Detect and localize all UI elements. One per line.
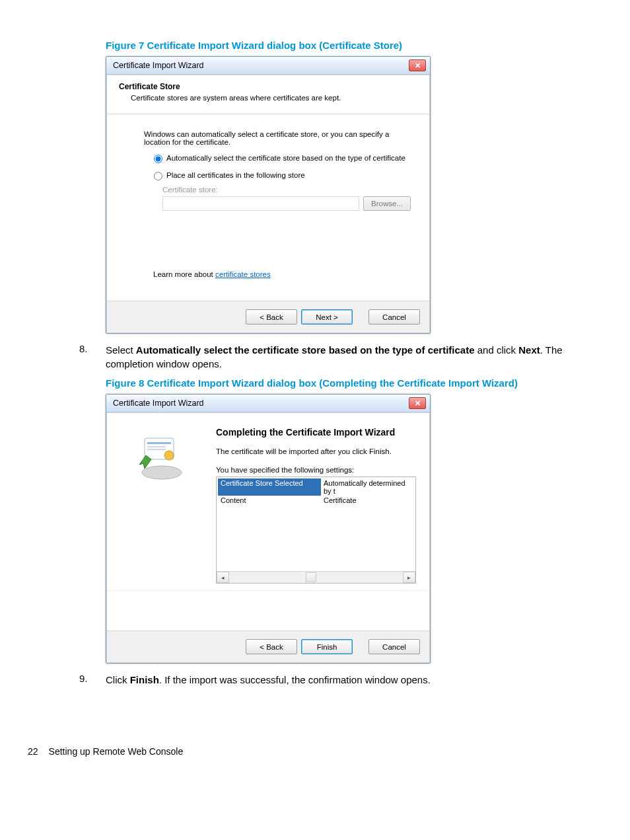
page-number: 22	[28, 746, 38, 757]
radio-auto-select[interactable]	[154, 155, 162, 163]
dialog-certificate-store: Certificate Import Wizard ✕ Certificate …	[106, 56, 431, 334]
dialog-completing-wizard: Certificate Import Wizard ✕	[106, 394, 431, 664]
figure8-caption: Figure 8 Certificate Import Wizard dialo…	[106, 377, 590, 389]
dialog1-subheader: Certificate stores are system areas wher…	[131, 94, 420, 102]
page-footer: 22 Setting up Remote Web Console	[40, 746, 590, 757]
wizard-graphic-panel	[107, 413, 216, 590]
step-9-text: Click Finish. If the import was successf…	[106, 673, 590, 687]
dialog1-titlebar: Certificate Import Wizard ✕	[106, 57, 430, 75]
dialog1-intro: Windows can automatically select a certi…	[144, 130, 411, 146]
radio-auto-label: Automatically select the certificate sto…	[166, 154, 405, 162]
svg-point-5	[164, 451, 174, 460]
cancel-button[interactable]: Cancel	[368, 309, 420, 325]
figure7-caption: Figure 7 Certificate Import Wizard dialo…	[106, 40, 590, 51]
dialog2-line1: The certificate will be imported after y…	[216, 447, 416, 455]
radio-place-label: Place all certificates in the following …	[166, 171, 305, 179]
close-icon[interactable]: ✕	[409, 397, 426, 409]
next-button[interactable]: Next >	[301, 309, 353, 325]
finish-button[interactable]: Finish	[301, 639, 353, 654]
scroll-left-icon[interactable]: ◂	[217, 572, 229, 583]
radio-place-all[interactable]	[154, 172, 162, 180]
dialog1-header: Certificate Store	[119, 82, 420, 91]
dialog2-title: Certificate Import Wizard	[113, 399, 204, 408]
svg-rect-2	[147, 442, 171, 444]
learn-more-line: Learn more about certificate stores	[153, 270, 411, 281]
svg-rect-3	[147, 446, 166, 447]
dialog1-title: Certificate Import Wizard	[113, 61, 204, 70]
browse-button[interactable]: Browse...	[363, 196, 411, 211]
certificate-store-input[interactable]	[162, 196, 359, 211]
certificate-wizard-icon	[135, 432, 188, 484]
settings-list: Certificate Store Selected Automatically…	[216, 477, 416, 584]
back-button[interactable]: < Back	[246, 639, 297, 654]
step-9-number: 9.	[79, 673, 106, 687]
settings-row[interactable]: Certificate Store Selected Automatically…	[218, 478, 415, 496]
scroll-thumb[interactable]	[306, 572, 316, 582]
svg-rect-4	[147, 449, 166, 450]
step-8-text: Select Automatically select the certific…	[106, 343, 590, 371]
learn-more-link[interactable]: certificate stores	[215, 270, 271, 278]
step-8: 8. Select Automatically select the certi…	[79, 343, 590, 371]
dialog2-heading: Completing the Certificate Import Wizard	[216, 426, 416, 438]
settings-row[interactable]: Content Certificate	[218, 496, 415, 505]
footer-text: Setting up Remote Web Console	[49, 746, 184, 757]
dialog2-titlebar: Certificate Import Wizard ✕	[106, 395, 430, 412]
step-8-number: 8.	[79, 343, 106, 371]
certificate-store-label: Certificate store:	[162, 186, 411, 194]
svg-point-0	[142, 466, 182, 479]
dialog2-line2: You have specified the following setting…	[216, 466, 416, 474]
step-9: 9. Click Finish. If the import was succe…	[79, 673, 590, 687]
cancel-button[interactable]: Cancel	[368, 639, 420, 654]
scroll-right-icon[interactable]: ▸	[403, 572, 415, 583]
close-icon[interactable]: ✕	[409, 59, 426, 71]
horizontal-scrollbar[interactable]: ◂ ▸	[217, 571, 415, 583]
back-button[interactable]: < Back	[246, 309, 297, 325]
